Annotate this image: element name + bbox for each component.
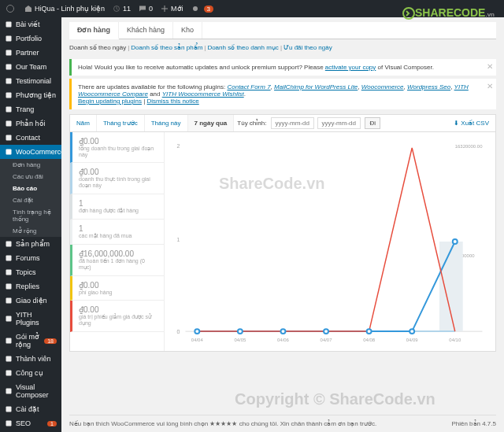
stat-item[interactable]: ₫0.00doanh thu thực tính trong giai đoạn… — [70, 163, 164, 194]
sidebar-item-công-cụ[interactable]: Công cụ — [0, 366, 61, 380]
sidebar-item-testimonial[interactable]: Testimonial — [0, 74, 61, 88]
watermark: Copyright © ShareCode.vn — [235, 390, 435, 408]
subtab-link[interactable]: Doanh số theo danh mục — [207, 44, 279, 51]
period-bar: NămTháng trướcTháng này7 ngày quaTùy chỉ… — [69, 114, 496, 132]
sidebar-sub[interactable]: Đơn hàng — [0, 159, 61, 171]
period-option[interactable]: 7 ngày qua — [188, 115, 235, 131]
sidebar-item-our-team[interactable]: Our Team — [0, 60, 61, 74]
sidebar-item-replies[interactable]: Replies — [0, 279, 61, 294]
footer-rating: Nếu bạn thích WooCommerce vui lòng bình … — [69, 420, 376, 427]
svg-point-36 — [238, 329, 243, 334]
sidebar-item-trang[interactable]: Trang — [0, 102, 61, 116]
subtab-link[interactable]: Doanh số theo ngày — [69, 44, 126, 51]
sidebar-item-sản-phẩm[interactable]: Sản phẩm — [0, 237, 61, 251]
svg-text:04/10: 04/10 — [449, 338, 461, 342]
svg-rect-34 — [439, 242, 463, 331]
plugin-link[interactable]: Woocommerce — [361, 83, 404, 90]
sidebar-item-cài-đặt[interactable]: Cài đặt — [0, 402, 61, 416]
admin-sidebar: Bài viếtPortfolioPartnerOur TeamTestimon… — [0, 17, 61, 432]
sidebar-item-woocommerce[interactable]: WooCommerce — [0, 145, 61, 159]
site-link[interactable]: HiQua - Linh phụ kiện — [24, 5, 105, 13]
comments-link[interactable]: 0 — [139, 5, 153, 13]
subtab-link[interactable]: Ưu đãi theo ngày — [284, 44, 332, 51]
sidebar-item-gói-mở-rộng[interactable]: Gói mở rộng18 — [0, 330, 61, 352]
period-option[interactable]: Tháng trước — [97, 115, 145, 131]
svg-text:04/08: 04/08 — [363, 338, 376, 342]
svg-rect-4 — [6, 36, 12, 42]
sidebar-item-portfolio[interactable]: Portfolio — [0, 31, 61, 46]
updates-link[interactable]: 11 — [113, 5, 131, 13]
svg-rect-3 — [6, 22, 12, 28]
svg-point-1 — [7, 6, 14, 13]
svg-rect-20 — [6, 356, 12, 362]
svg-rect-22 — [6, 389, 12, 394]
sidebar-sub[interactable]: Báo cáo — [0, 183, 61, 194]
plugin-link[interactable]: MailChimp for WordPress Lite — [274, 83, 358, 90]
svg-point-37 — [280, 329, 285, 334]
stat-item[interactable]: 1các mặt hàng đã mua — [70, 220, 164, 245]
date-to-input[interactable] — [317, 117, 361, 129]
sidebar-item-yith-plugins[interactable]: YITH Plugins — [0, 308, 61, 330]
stat-item[interactable]: ₫0.00giá trị phiếu giảm giá được sử dụng — [70, 301, 164, 332]
content-area: Đơn hàngKhách hàngKho Doanh số theo ngày… — [61, 17, 504, 432]
svg-rect-19 — [6, 338, 12, 344]
sidebar-item-bài-viết[interactable]: Bài viết — [0, 17, 61, 31]
sidebar-sub[interactable]: Cài đặt — [0, 194, 61, 206]
plugin-link[interactable]: YITH Woocommerce Wishlist — [162, 90, 244, 98]
new-link[interactable]: Mới — [161, 5, 183, 13]
svg-point-38 — [324, 329, 328, 334]
sidebar-item-forums[interactable]: Forums — [0, 251, 61, 265]
wp-logo[interactable] — [6, 5, 17, 13]
sidebar-sub[interactable]: Tình trạng hệ thống — [0, 206, 61, 225]
svg-rect-17 — [6, 298, 12, 304]
sidebar-item-phản-hồi[interactable]: Phản hồi — [0, 116, 61, 131]
svg-text:04/06: 04/06 — [277, 338, 290, 342]
svg-rect-10 — [6, 121, 12, 127]
svg-text:0: 0 — [177, 329, 180, 334]
period-option[interactable]: Năm — [70, 115, 97, 131]
stat-item[interactable]: ₫0.00phí giao hàng — [70, 276, 164, 301]
sidebar-item-visual-composer[interactable]: Visual Composer — [0, 380, 61, 402]
svg-rect-24 — [6, 421, 12, 426]
activate-link[interactable]: activate your copy — [325, 64, 376, 71]
go-button[interactable]: Đi — [365, 117, 380, 129]
sidebar-item-thành-viên[interactable]: Thành viên — [0, 352, 61, 366]
close-icon[interactable]: ✕ — [487, 62, 493, 71]
subtab-link[interactable]: Doanh số theo sản phẩm — [131, 44, 202, 51]
tab[interactable]: Khách hàng — [119, 22, 173, 39]
export-button[interactable]: ⬇ Xuất CSV — [447, 115, 495, 131]
begin-update-link[interactable]: Begin updating plugins — [78, 98, 142, 105]
plugin-link[interactable]: Contact Form 7 — [227, 83, 270, 90]
date-from-input[interactable] — [271, 117, 314, 129]
sidebar-sub[interactable]: Các ưu đãi — [0, 171, 61, 183]
sidebar-item-phương-tiện[interactable]: Phương tiện — [0, 88, 61, 102]
report-subtabs: Doanh số theo ngày | Doanh số theo sản p… — [69, 39, 496, 56]
svg-rect-23 — [6, 407, 12, 412]
svg-rect-6 — [6, 65, 12, 70]
stat-item[interactable]: ₫0.00tổng doanh thu trong giai đoạn này — [70, 132, 164, 163]
period-option[interactable]: Tháng này — [145, 115, 188, 131]
svg-text:2: 2 — [177, 143, 180, 149]
dismiss-link[interactable]: Dismiss this notice — [146, 98, 198, 105]
seo-link[interactable]: 3 — [191, 5, 213, 13]
sidebar-item-contact[interactable]: Contact — [0, 131, 61, 145]
sidebar-sub[interactable]: Mở rộng — [0, 225, 61, 237]
svg-rect-11 — [6, 135, 12, 141]
sidebar-item-seo[interactable]: SEO1 — [0, 416, 61, 430]
svg-text:04/04: 04/04 — [191, 338, 204, 342]
tab[interactable]: Kho — [173, 22, 202, 39]
sidebar-item-topics[interactable]: Topics — [0, 265, 61, 279]
sidebar-item-partner[interactable]: Partner — [0, 46, 61, 60]
svg-rect-8 — [6, 93, 12, 98]
svg-rect-16 — [6, 284, 12, 290]
stat-item[interactable]: ₫16,000,000.00đã hoàn tiền 1 đơn hàng (0… — [70, 245, 164, 276]
chart-svg: 2 1 0 16320000.00 0.000000 04/0404/0504/… — [172, 140, 487, 343]
sidebar-item-giao-diện[interactable]: Giao diện — [0, 294, 61, 308]
sharecode-logo: SHARECODE.vn — [402, 6, 495, 20]
stat-item[interactable]: 1đơn hàng được đặt hàng — [70, 194, 164, 220]
svg-text:04/09: 04/09 — [406, 338, 419, 342]
close-icon[interactable]: ✕ — [487, 82, 493, 90]
tab[interactable]: Đơn hàng — [69, 22, 119, 39]
svg-rect-18 — [6, 316, 12, 322]
plugin-link[interactable]: Wordpress Seo — [407, 83, 450, 90]
